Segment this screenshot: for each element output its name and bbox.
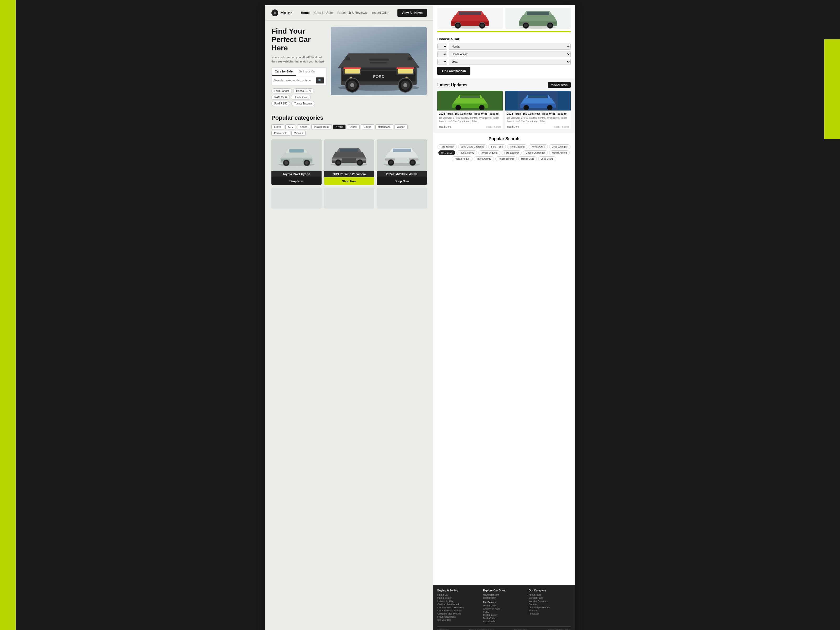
comparison-select-year[interactable]: 2023 xyxy=(449,59,571,65)
nav-cars-for-sale[interactable]: Cars for Sale xyxy=(314,11,333,15)
footer-link-calculators[interactable]: Car Payment Calculators xyxy=(437,606,479,609)
quick-tag-ram-1500[interactable]: RAM 1500 xyxy=(272,95,289,100)
quick-tag-ford-f150[interactable]: Ford F-150 xyxy=(272,101,290,106)
search-tab-cars[interactable]: Cars for Sale xyxy=(272,68,296,76)
footer-link-grow-haier[interactable]: Grow With Haier xyxy=(483,608,525,610)
footer-link-sitemap[interactable]: Site Map xyxy=(529,609,571,612)
nav-home[interactable]: Home xyxy=(301,11,309,15)
filter-coupe[interactable]: Coupe xyxy=(361,125,374,129)
footer-link-new-haier[interactable]: New.Haier.com xyxy=(483,594,525,596)
choose-car-section: Choose a Car Honda Honda Accord 2023 Fin… xyxy=(433,35,575,79)
svg-point-80 xyxy=(547,105,553,110)
nav-research[interactable]: Research & Reviews xyxy=(338,11,367,15)
find-comparison-button[interactable]: Find Comparison xyxy=(437,67,471,75)
filter-pickup[interactable]: Pickup Truck xyxy=(311,125,332,129)
quick-tags: Ford Ranger Honda CR-V RAM 1500 Honda Ci… xyxy=(272,88,327,106)
filter-electric[interactable]: Eletric xyxy=(272,125,284,129)
pop-tag-jeep-grand[interactable]: Jeep Grand xyxy=(538,156,556,161)
comparison-select-small-3[interactable] xyxy=(437,59,447,65)
categories-title: Popular categories xyxy=(272,114,427,121)
quick-tag-ford-ranger[interactable]: Ford Ranger xyxy=(272,88,292,93)
quick-tag-honda-crv[interactable]: Honda CR-V xyxy=(293,88,314,93)
footer-link-dealerrater[interactable]: DealerRater xyxy=(483,597,525,599)
filter-wagon[interactable]: Wagon xyxy=(394,125,408,129)
news-card-1-read-more[interactable]: Read More xyxy=(439,125,451,128)
footer-link-reviews[interactable]: Car Reviews & Ratings xyxy=(437,609,479,612)
filter-hybrid[interactable]: Hybrid xyxy=(333,125,346,129)
car-card-1-shop-button[interactable]: Shop Now xyxy=(272,177,322,185)
filter-diesel[interactable]: Diesel xyxy=(347,125,360,129)
view-all-news-button[interactable]: View All News xyxy=(548,82,571,88)
footer-link-careers[interactable]: Careers xyxy=(529,603,571,606)
svg-rect-24 xyxy=(346,57,350,60)
pop-tag-ford-explorer[interactable]: Ford Explorer xyxy=(502,150,522,155)
pop-tag-ford-f150[interactable]: Ford F-150 xyxy=(488,144,506,149)
nav-instant-offer[interactable]: Instant Offer xyxy=(371,11,389,15)
comparison-select-make[interactable]: Honda xyxy=(449,44,571,50)
pop-tag-toyota-sequoia[interactable]: Toyota Sequoia xyxy=(478,150,501,155)
footer-link-compare[interactable]: Compare Side by Side xyxy=(437,613,479,615)
svg-rect-13 xyxy=(396,68,414,69)
pop-tag-jeep-wrangler[interactable]: Jeep Wrangler xyxy=(549,144,570,149)
pop-tag-toyota-tacoma[interactable]: Toyota Tacoma xyxy=(495,156,517,161)
footer-link-sell[interactable]: Sell your Car xyxy=(437,619,479,621)
search-button[interactable]: 🔍 xyxy=(316,77,324,84)
footer-privacy[interactable]: Privacy Notice xyxy=(514,629,527,630)
filter-suv[interactable]: SUV xyxy=(285,125,296,129)
pop-tag-toyota-camry-1[interactable]: Toyota Camry xyxy=(456,150,477,155)
pop-tag-ford-mustang[interactable]: Ford Mustang xyxy=(507,144,527,149)
svg-point-74 xyxy=(455,105,461,110)
filter-convertible[interactable]: Convertible xyxy=(272,131,290,136)
svg-rect-5 xyxy=(370,62,387,63)
footer-link-dealerrater-2[interactable]: DealerRater xyxy=(483,617,525,619)
car-card-3-shop-button[interactable]: Shop Now xyxy=(377,177,427,185)
footer-link-dealer-login[interactable]: Dealer Login xyxy=(483,604,525,607)
car-card-3: 2024 BMW 330e xDrive Shop Now xyxy=(377,139,427,185)
footer-link-about[interactable]: About Haier xyxy=(529,594,571,596)
car-card-2-shop-button[interactable]: Shop Now xyxy=(324,177,374,185)
footer-ca-privacy[interactable]: California Privacy Notice xyxy=(548,629,571,630)
footer-link-find-dealer[interactable]: Find a Dealer xyxy=(437,597,479,599)
comparison-select-small-2[interactable] xyxy=(437,51,447,57)
pop-tag-ram-1500[interactable]: RAM 1500 xyxy=(438,150,455,155)
search-tab-sell[interactable]: Sell your Car xyxy=(296,68,319,76)
footer-link-fuel[interactable]: FUEL xyxy=(483,611,525,613)
footer-link-investors[interactable]: Investor Relations xyxy=(529,600,571,602)
pop-tag-ford-ranger[interactable]: Ford Ranger xyxy=(437,144,457,149)
header: ⊙ Haier Home Cars for Sale Research & Re… xyxy=(265,5,433,21)
footer-link-feedback[interactable]: Feedback xyxy=(529,613,571,615)
svg-point-20 xyxy=(350,83,354,87)
pop-tag-toyota-camry-2[interactable]: Toyota Camry xyxy=(474,156,494,161)
footer-link-dealer-inspire[interactable]: Dealer Inspire xyxy=(483,614,525,616)
footer-link-fraud[interactable]: Fraud Awareness xyxy=(437,616,479,618)
pop-tag-honda-accord[interactable]: Honda Accord xyxy=(549,150,570,155)
filter-hatchback[interactable]: Hatchback xyxy=(375,125,393,129)
svg-rect-9 xyxy=(345,69,360,74)
search-input[interactable] xyxy=(274,79,316,82)
footer-link-find-car[interactable]: Find a Car xyxy=(437,594,479,596)
pop-tag-jeep-grand-cherokee[interactable]: Jeep Grand Cherokee xyxy=(458,144,487,149)
view-all-news-header-button[interactable]: View All News xyxy=(398,9,427,17)
footer-link-licensing[interactable]: Licensing & Reprints xyxy=(529,606,571,609)
news-card-2-read-more[interactable]: Read More xyxy=(507,125,519,128)
pop-tag-honda-crv[interactable]: Honda CR-V xyxy=(529,144,548,149)
footer-link-contact[interactable]: Contact Haier xyxy=(529,597,571,599)
pop-tag-honda-civic[interactable]: Honda Civic xyxy=(518,156,537,161)
svg-point-70 xyxy=(548,24,552,27)
svg-rect-11 xyxy=(398,69,413,74)
comparison-select-model[interactable]: Honda Accord xyxy=(449,51,571,57)
news-card-2: 2024 Ford F-150 Gets New Prices With Red… xyxy=(505,91,571,129)
quick-tag-honda-civic[interactable]: Honda Civic xyxy=(291,95,311,100)
footer-link-accu-trade[interactable]: Accu-Trade xyxy=(483,620,525,623)
logo-text: Haier xyxy=(280,10,292,16)
comparison-select-small-1[interactable] xyxy=(437,44,447,50)
pop-tag-nissan-rogue[interactable]: Nissan Rogue xyxy=(452,156,472,161)
filter-minivan[interactable]: Minivan xyxy=(291,131,306,136)
news-section: Latest Updates View All News xyxy=(433,79,575,133)
quick-tag-toyota-tacoma[interactable]: Toyota Tacoma xyxy=(291,101,315,106)
pop-tag-dodge-challenger[interactable]: Dodge Challenger xyxy=(523,150,548,155)
footer-link-listings[interactable]: Listings by City xyxy=(437,600,479,602)
footer-terms[interactable]: Terms & Conditions of Use xyxy=(469,629,494,630)
filter-sedan[interactable]: Sedan xyxy=(297,125,310,129)
footer-link-certified[interactable]: Certified Pre-Owned xyxy=(437,603,479,606)
